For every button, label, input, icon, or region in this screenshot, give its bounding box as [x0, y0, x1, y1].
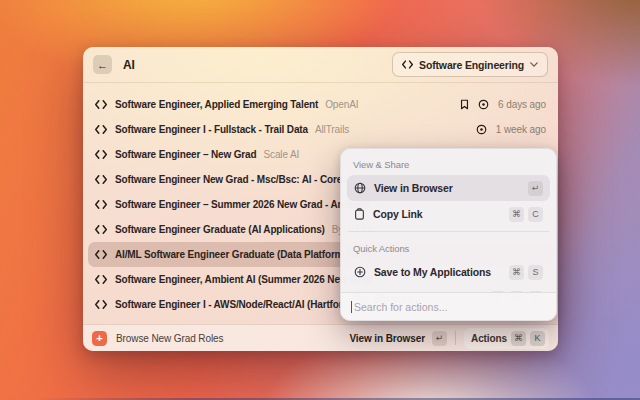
menu-item-label: Copy Link — [373, 208, 422, 220]
job-title: Software Engineer New Grad - Msc/Bsc: AI… — [115, 174, 369, 185]
cmd-key-badge: ⌘ — [509, 265, 524, 280]
extension-label: Browse New Grad Roles — [116, 333, 223, 344]
menu-item-label: Save to My Applications — [374, 266, 491, 278]
bookmark-icon — [460, 99, 469, 110]
geo-pin-icon — [478, 99, 489, 110]
code-brackets-icon — [402, 60, 413, 69]
job-title: Software Engineer – New Grad — [115, 149, 256, 160]
list-item[interactable]: Software Engineer I - Fullstack - Trail … — [88, 117, 553, 142]
action-bar: + Browse New Grad Roles View in Browser … — [83, 324, 558, 351]
actions-button-label: Actions — [471, 333, 507, 344]
job-title: Software Engineer I - AWS/Node/React/AI … — [115, 299, 369, 310]
code-brackets-icon — [95, 275, 107, 284]
back-button[interactable]: ← — [93, 55, 112, 74]
job-title: Software Engineer I - Fullstack - Trail … — [115, 124, 308, 135]
divider — [348, 231, 549, 232]
code-brackets-icon — [95, 300, 107, 309]
job-title: AI/ML Software Engineer Graduate (Data P… — [115, 249, 371, 260]
menu-item-save-to-applications[interactable]: Save to My Applications ⌘ S — [347, 259, 550, 285]
clipboard-icon — [354, 208, 365, 220]
code-brackets-icon — [95, 100, 107, 109]
menu-item-copy-link[interactable]: Copy Link ⌘ C — [347, 201, 550, 227]
job-title: Software Engineer Graduate (AI Applicati… — [115, 224, 325, 235]
s-key-badge: S — [528, 265, 543, 280]
company-name: Scale AI — [263, 149, 299, 160]
section-label: View & Share — [347, 152, 550, 175]
cmd-key-badge: ⌘ — [509, 207, 524, 222]
code-brackets-icon — [95, 200, 107, 209]
job-title: Software Engineer – Summer 2026 New Grad… — [115, 199, 369, 210]
divider — [455, 331, 456, 345]
code-brackets-icon — [95, 225, 107, 234]
back-arrow-icon: ← — [97, 59, 108, 71]
page-title: AI — [123, 58, 135, 72]
actions-search-bar — [341, 292, 556, 320]
actions-popup: View & Share View in Browser ↵ Copy Link… — [340, 148, 557, 321]
category-dropdown-label: Software Engineering — [419, 59, 524, 71]
job-title: Software Engineer, Ambient AI (Summer 20… — [115, 274, 373, 285]
k-key-badge: K — [530, 331, 545, 346]
code-brackets-icon — [95, 175, 107, 184]
window-header: ← AI Software Engineering — [83, 47, 558, 83]
code-brackets-icon — [95, 150, 107, 159]
category-dropdown[interactable]: Software Engineering — [392, 52, 548, 77]
company-name: AllTrails — [315, 124, 349, 135]
actions-search-input[interactable] — [354, 301, 546, 313]
list-item[interactable]: Software Engineer, Applied Emerging Tale… — [88, 92, 553, 117]
code-brackets-icon — [95, 250, 107, 259]
chevron-down-icon — [530, 62, 538, 67]
extension-icon: + — [92, 331, 107, 346]
desktop-background: ← AI Software Engineering Software Engin… — [0, 0, 640, 400]
actions-button[interactable]: Actions ⌘ K — [464, 328, 549, 349]
company-name: OpenAI — [325, 99, 358, 110]
primary-action-button[interactable]: View in Browser — [349, 333, 425, 344]
job-title: Software Engineer, Applied Emerging Tale… — [115, 99, 318, 110]
menu-item-label: View in Browser — [374, 182, 453, 194]
plus-icon: + — [96, 333, 102, 344]
code-brackets-icon — [95, 125, 107, 134]
return-key-badge: ↵ — [432, 331, 447, 346]
menu-item-view-in-browser[interactable]: View in Browser ↵ — [347, 175, 550, 201]
posted-date: 6 days ago — [498, 99, 546, 110]
circle-plus-icon — [354, 266, 366, 278]
c-key-badge: C — [528, 207, 543, 222]
cmd-key-badge: ⌘ — [511, 331, 526, 346]
globe-icon — [354, 182, 366, 194]
geo-pin-icon — [476, 124, 487, 135]
section-label: Quick Actions — [347, 236, 550, 259]
text-cursor — [351, 301, 352, 313]
return-key-badge: ↵ — [528, 181, 543, 196]
posted-date: 1 week ago — [496, 124, 546, 135]
